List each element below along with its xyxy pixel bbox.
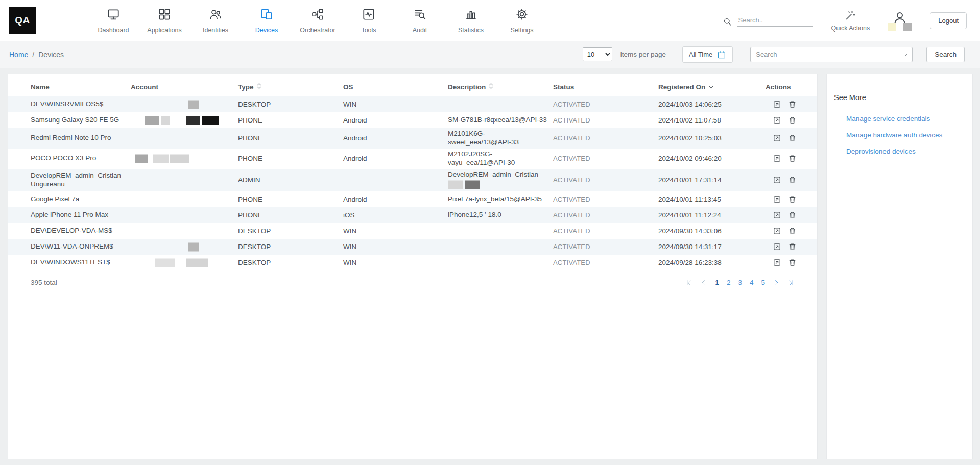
- open-session-icon[interactable]: [773, 134, 781, 142]
- cell-type: DESKTOP: [238, 227, 343, 235]
- nav-item-settings[interactable]: Settings: [496, 8, 547, 34]
- nav-item-identities[interactable]: Identities: [190, 8, 241, 34]
- column-header-registered-on[interactable]: Registered On: [658, 83, 766, 91]
- filter-search-input[interactable]: [750, 47, 913, 62]
- cell-registered-on: 2024/10/02 10:25:03: [658, 134, 766, 142]
- trash-icon[interactable]: [788, 211, 797, 219]
- cell-status: ACTIVATED: [553, 211, 658, 219]
- redacted-block: [161, 116, 170, 125]
- trash-icon[interactable]: [788, 258, 797, 267]
- cell-name: Samsung Galaxy S20 FE 5G: [31, 114, 131, 126]
- open-session-icon[interactable]: [773, 258, 781, 267]
- open-session-icon[interactable]: [773, 242, 781, 251]
- page-button-4[interactable]: 4: [750, 279, 754, 286]
- cell-description: [448, 230, 553, 233]
- cell-description: SM-G781B-r8qxeea/13@API-33: [448, 114, 553, 126]
- page-button-1[interactable]: 1: [715, 279, 719, 286]
- page-button-3[interactable]: 3: [738, 279, 742, 286]
- redacted-block: [186, 258, 208, 267]
- see-more-link[interactable]: Manage hardware auth devices: [846, 131, 965, 139]
- nav-item-tools[interactable]: Tools: [343, 8, 394, 34]
- redacted-block: [170, 154, 189, 163]
- column-header-description[interactable]: Description: [448, 82, 553, 91]
- nav-item-statistics[interactable]: Statistics: [445, 8, 496, 34]
- nav-item-label: Settings: [510, 27, 533, 34]
- cell-account: [131, 128, 238, 149]
- cell-actions: [766, 154, 807, 163]
- see-more-link[interactable]: Manage service credentials: [846, 115, 965, 123]
- trash-icon[interactable]: [788, 134, 797, 142]
- nav-item-label: Applications: [147, 27, 181, 34]
- nav-item-label: Identities: [203, 27, 228, 34]
- quick-actions-button[interactable]: Quick Actions: [831, 9, 870, 32]
- sort-desc-icon: [708, 83, 714, 91]
- total-count: 395 total: [31, 279, 57, 286]
- cell-registered-on: 2024/10/01 11:12:24: [658, 211, 766, 219]
- search-icon[interactable]: [723, 17, 732, 27]
- open-session-icon[interactable]: [773, 176, 781, 184]
- top-nav: QA DashboardApplicationsIdentitiesDevice…: [0, 0, 980, 41]
- last-page-icon[interactable]: [787, 279, 795, 286]
- redacted-block: [188, 242, 199, 251]
- trash-icon[interactable]: [788, 116, 797, 125]
- open-session-icon[interactable]: [773, 154, 781, 163]
- cell-description: M2101K6G-sweet_eea/13@API-33: [448, 128, 553, 149]
- user-menu[interactable]: [888, 10, 912, 31]
- previous-page-icon[interactable]: [700, 279, 707, 286]
- table-toolbar: 10 items per page All Time Search: [583, 46, 965, 63]
- cell-name: Apple iPhone 11 Pro Max: [31, 209, 131, 221]
- trash-icon[interactable]: [788, 242, 797, 251]
- cell-account: [131, 169, 238, 192]
- cell-os: WIN: [343, 227, 448, 235]
- trash-icon[interactable]: [788, 195, 797, 204]
- next-page-icon[interactable]: [773, 279, 780, 286]
- cell-actions: [766, 211, 807, 219]
- open-session-icon[interactable]: [773, 227, 781, 235]
- nav-item-devices[interactable]: Devices: [241, 8, 292, 34]
- first-page-icon[interactable]: [685, 279, 692, 286]
- device-table-row: Apple iPhone 11 Pro MaxPHONEiOSiPhone12,…: [8, 207, 817, 223]
- nav-item-orchestrator[interactable]: Orchestrator: [292, 8, 343, 34]
- open-session-icon[interactable]: [773, 116, 781, 125]
- breadcrumb-current: Devices: [38, 51, 64, 59]
- see-more-links: Manage service credentialsManage hardwar…: [846, 115, 965, 155]
- cell-status: ACTIVATED: [553, 195, 658, 203]
- breadcrumb-home[interactable]: Home: [9, 51, 28, 59]
- column-label: OS: [343, 83, 353, 91]
- items-per-page-select[interactable]: 10: [583, 47, 612, 61]
- cell-name: POCO POCO X3 Pro: [31, 153, 131, 164]
- nav-item-dashboard[interactable]: Dashboard: [88, 8, 139, 34]
- wand-icon: [844, 9, 856, 21]
- app-logo[interactable]: QA: [9, 7, 36, 34]
- nav-item-applications[interactable]: Applications: [139, 8, 190, 34]
- cell-name: DEV\WINSRVMILOS5$: [31, 99, 131, 110]
- open-session-icon[interactable]: [773, 100, 781, 109]
- cell-os: WIN: [343, 259, 448, 266]
- search-button[interactable]: Search: [926, 47, 965, 62]
- redacted-block: [153, 154, 169, 163]
- page-button-5[interactable]: 5: [761, 279, 765, 286]
- open-session-icon[interactable]: [773, 211, 781, 219]
- trash-icon[interactable]: [788, 154, 797, 163]
- device-table-row: DEV\DEVELOP-VDA-MS$DESKTOPWINACTIVATED20…: [8, 223, 817, 239]
- trash-icon[interactable]: [788, 227, 797, 235]
- trash-icon[interactable]: [788, 176, 797, 184]
- logout-button[interactable]: Logout: [930, 12, 967, 29]
- table-footer: 395 total 12345: [8, 271, 817, 286]
- nav-item-label: Audit: [413, 27, 427, 34]
- cell-account: [131, 191, 238, 207]
- column-header-type[interactable]: Type: [238, 82, 343, 91]
- open-session-icon[interactable]: [773, 195, 781, 204]
- time-filter-button[interactable]: All Time: [682, 46, 733, 63]
- items-per-page-label: items per page: [620, 51, 666, 58]
- see-more-link[interactable]: Deprovisioned devices: [846, 148, 965, 155]
- filter-search: [750, 47, 913, 62]
- chevron-down-icon[interactable]: [902, 52, 909, 58]
- page-button-2[interactable]: 2: [727, 279, 731, 286]
- device-table-body: DEV\WINSRVMILOS5$DESKTOPWINACTIVATED2024…: [8, 96, 817, 271]
- nav-item-audit[interactable]: Audit: [394, 8, 445, 34]
- global-search-input[interactable]: [737, 14, 813, 27]
- redacted-description: [448, 180, 548, 190]
- redacted-block: [188, 100, 199, 109]
- trash-icon[interactable]: [788, 100, 797, 109]
